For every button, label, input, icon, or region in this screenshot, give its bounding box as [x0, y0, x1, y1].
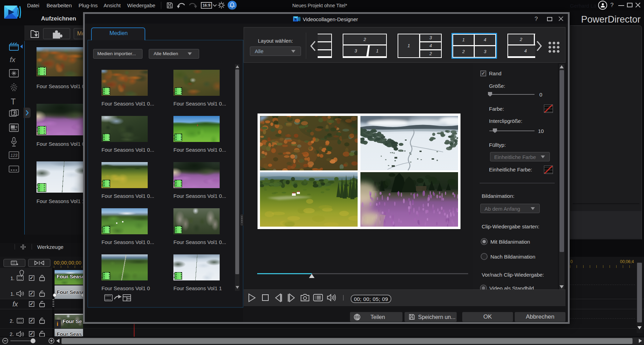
svg-text:123: 123: [10, 153, 17, 158]
